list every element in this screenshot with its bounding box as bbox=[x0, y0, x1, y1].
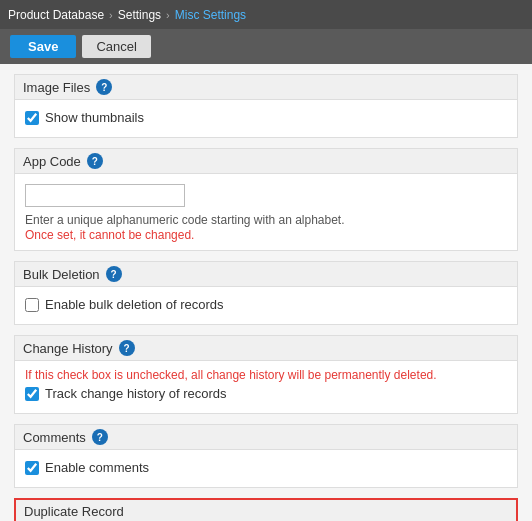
section-title-change-history: Change History bbox=[23, 341, 113, 356]
checkbox-label-change-history: Track change history of records bbox=[45, 386, 227, 401]
section-header-bulk-deletion: Bulk Deletion ? bbox=[15, 262, 517, 287]
section-body-comments: Enable comments bbox=[15, 450, 517, 487]
section-comments: Comments ? Enable comments bbox=[14, 424, 518, 488]
breadcrumb-product-database[interactable]: Product Database bbox=[8, 8, 104, 22]
help-icon-bulk-deletion[interactable]: ? bbox=[106, 266, 122, 282]
section-title-duplicate-record: Duplicate Record bbox=[24, 504, 124, 519]
help-icon-change-history[interactable]: ? bbox=[119, 340, 135, 356]
checkbox-row-comments: Enable comments bbox=[25, 460, 507, 475]
checkbox-label-comments: Enable comments bbox=[45, 460, 149, 475]
content-area: Image Files ? Show thumbnails App Code ?… bbox=[0, 64, 532, 521]
checkbox-thumbnails[interactable] bbox=[25, 111, 39, 125]
help-icon-app-code[interactable]: ? bbox=[87, 153, 103, 169]
checkbox-row-change-history: Track change history of records bbox=[25, 386, 507, 401]
section-duplicate-record: Duplicate Record Enable the feature to "… bbox=[14, 498, 518, 521]
checkbox-row-bulk-deletion: Enable bulk deletion of records bbox=[25, 297, 507, 312]
section-title-app-code: App Code bbox=[23, 154, 81, 169]
section-header-app-code: App Code ? bbox=[15, 149, 517, 174]
checkbox-label-bulk-deletion: Enable bulk deletion of records bbox=[45, 297, 224, 312]
section-header-image-files: Image Files ? bbox=[15, 75, 517, 100]
toolbar: Save Cancel bbox=[0, 29, 532, 64]
cancel-button[interactable]: Cancel bbox=[82, 35, 150, 58]
section-header-duplicate-record: Duplicate Record bbox=[16, 500, 516, 521]
section-title-comments: Comments bbox=[23, 430, 86, 445]
section-body-change-history: If this check box is unchecked, all chan… bbox=[15, 361, 517, 413]
section-body-bulk-deletion: Enable bulk deletion of records bbox=[15, 287, 517, 324]
help-icon-image-files[interactable]: ? bbox=[96, 79, 112, 95]
app-code-warning: Once set, it cannot be changed. bbox=[25, 228, 507, 242]
breadcrumb-misc-settings[interactable]: Misc Settings bbox=[175, 8, 246, 22]
app-code-input[interactable] bbox=[25, 184, 185, 207]
section-image-files: Image Files ? Show thumbnails bbox=[14, 74, 518, 138]
checkbox-row-thumbnails: Show thumbnails bbox=[25, 110, 507, 125]
section-body-app-code: Enter a unique alphanumeric code startin… bbox=[15, 174, 517, 250]
checkbox-bulk-deletion[interactable] bbox=[25, 298, 39, 312]
breadcrumb-settings[interactable]: Settings bbox=[118, 8, 161, 22]
change-history-warning: If this check box is unchecked, all chan… bbox=[25, 368, 507, 382]
app-code-hint: Enter a unique alphanumeric code startin… bbox=[25, 213, 507, 227]
checkbox-comments[interactable] bbox=[25, 461, 39, 475]
breadcrumb: Product Database › Settings › Misc Setti… bbox=[0, 0, 532, 29]
section-app-code: App Code ? Enter a unique alphanumeric c… bbox=[14, 148, 518, 251]
section-header-change-history: Change History ? bbox=[15, 336, 517, 361]
section-body-image-files: Show thumbnails bbox=[15, 100, 517, 137]
section-bulk-deletion: Bulk Deletion ? Enable bulk deletion of … bbox=[14, 261, 518, 325]
help-icon-comments[interactable]: ? bbox=[92, 429, 108, 445]
section-title-bulk-deletion: Bulk Deletion bbox=[23, 267, 100, 282]
checkbox-label-thumbnails: Show thumbnails bbox=[45, 110, 144, 125]
checkbox-change-history[interactable] bbox=[25, 387, 39, 401]
save-button[interactable]: Save bbox=[10, 35, 76, 58]
section-header-comments: Comments ? bbox=[15, 425, 517, 450]
section-title-image-files: Image Files bbox=[23, 80, 90, 95]
breadcrumb-sep-1: › bbox=[109, 9, 113, 21]
section-change-history: Change History ? If this check box is un… bbox=[14, 335, 518, 414]
breadcrumb-sep-2: › bbox=[166, 9, 170, 21]
